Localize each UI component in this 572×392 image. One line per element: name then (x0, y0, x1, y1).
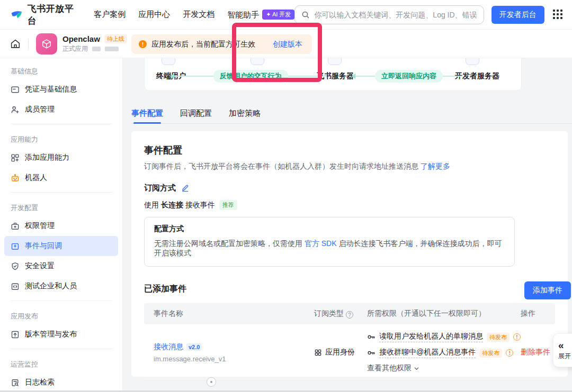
section-basic-info: 基础信息 (4, 59, 118, 79)
pending-release-badge: 待发布 (479, 349, 502, 358)
divider (28, 39, 29, 49)
robot-icon (11, 174, 20, 183)
search-icon (301, 11, 310, 19)
feishu-logo-icon (11, 8, 23, 22)
sidebar-item-security[interactable]: 安全设置 (4, 256, 118, 276)
app-icon (36, 33, 57, 54)
publish-alert: ! 应用发布后，当前配置方可生效 创建版本 (131, 34, 312, 54)
table-header-row: 事件名称 订阅类型? 所需权限（开通以下任一权限即可） 操作 (144, 303, 555, 324)
section-app-capability: 应用能力 (4, 129, 118, 148)
cell-permissions: 读取用户发给机器人的单聊消息 待发布 ! 接收群聊中@机器人消息事件 待发布 ! (367, 324, 521, 381)
permission-name[interactable]: 接收群聊中@机器人消息事件 (379, 348, 476, 358)
publish-icon (11, 330, 20, 339)
sidebar-item-members[interactable]: 成员管理 (4, 99, 118, 120)
nav-customer-cases[interactable]: 客户案例 (94, 10, 126, 20)
panel-expander[interactable]: « 展开 (553, 333, 572, 367)
divider (11, 124, 112, 124)
global-search[interactable] (294, 5, 484, 24)
nav-app-center[interactable]: 应用中心 (138, 10, 170, 20)
event-config-card: 事件配置 订阅事件后，飞书开放平台将会在事件（如机器人入群）发生时向请求地址推送… (131, 131, 568, 377)
alert-text: 应用发布后，当前配置方可生效 (151, 40, 255, 49)
node-icon (162, 58, 175, 65)
mode-suffix: 接收事件 (185, 200, 215, 210)
create-version-link[interactable]: 创建版本 (273, 40, 302, 49)
nav-ai-assistant[interactable]: 智能助手✦ AI 开发 (227, 10, 294, 20)
tab-encryption-policy[interactable]: 加密策略 (229, 104, 261, 123)
page-description: 订阅事件后，飞书开放平台将会在事件（如机器人入群）发生时向请求地址推送消息 (144, 162, 418, 170)
sidebar-item-add-capability[interactable]: 添加应用能力 (4, 148, 118, 168)
ai-dev-badge: ✦ AI 开发 (262, 10, 294, 20)
credential-icon (11, 85, 20, 94)
flow-label: 反馈用户的交互行为 (213, 70, 288, 83)
divider (11, 349, 112, 349)
search-input[interactable] (314, 11, 477, 19)
arrow-left-icon (170, 74, 174, 79)
cell-subscription-type: 应用身份 (314, 324, 367, 381)
subscription-mode-title: 订阅方式 (144, 183, 176, 193)
cube-icon (40, 38, 53, 50)
home-icon[interactable] (10, 38, 21, 50)
config-method-box: 配置方式 无需注册公网域名或配置加密策略，仅需使用 官方 SDK 启动长连接飞书… (144, 217, 515, 267)
main-content: 终端用户 飞书服务器 开发者服务器 反馈用户的交互行为 立即返回响应内容 事件配… (123, 58, 572, 392)
member-add-icon (11, 105, 20, 114)
app-name: Openclaw (62, 34, 100, 43)
official-sdk-link[interactable]: 官方 SDK (305, 239, 337, 248)
cell-event-name: 接收消息 v2.0 im.message.receive_v1 (144, 324, 314, 381)
app-identity-icon (314, 349, 322, 357)
flow-response-arrow: 立即返回响应内容 (351, 70, 462, 82)
sidebar-item-bot[interactable]: 机器人 (4, 168, 118, 188)
tab-event-config[interactable]: 事件配置 (131, 104, 163, 123)
nav-dev-docs[interactable]: 开发文档 (183, 10, 215, 20)
section-ops-monitoring: 运营监控 (4, 353, 118, 372)
info-icon[interactable]: ! (506, 349, 513, 357)
delete-event-link[interactable]: 删除事件 (521, 348, 550, 356)
sidebar-item-version-release[interactable]: 版本管理与发布 (4, 324, 118, 344)
event-name-link[interactable]: 接收消息 (154, 342, 183, 352)
pending-release-badge: 待发布 (487, 333, 510, 342)
apps-grid-icon[interactable] (553, 10, 562, 20)
arrow-left-icon (351, 74, 355, 79)
section-dev-config: 开发配置 (4, 197, 118, 216)
version-badge: v2.0 (186, 343, 202, 351)
node-icon (251, 58, 264, 65)
divider (11, 192, 112, 193)
brand[interactable]: 飞书开放平台 (11, 3, 78, 27)
sidebar-item-permissions[interactable]: 权限管理 (4, 216, 118, 236)
node-icon (328, 58, 342, 65)
events-table: 事件名称 订阅类型? 所需权限（开通以下任一权限即可） 操作 接收消息 v2.0… (144, 303, 555, 381)
warning-icon: ! (139, 40, 147, 48)
edit-pencil-icon[interactable] (181, 184, 189, 192)
expand-label: 展开 (558, 352, 571, 361)
top-navbar: 飞书开放平台 客户案例 应用中心 开发文档 智能助手✦ AI 开发 开发者后台 (0, 0, 572, 30)
app-type-label: 正式应用 (62, 44, 88, 53)
sidebar-item-test-company[interactable]: 测试企业和人员 (4, 276, 118, 296)
tab-callback-config[interactable]: 回调配置 (180, 104, 212, 123)
sidebar-item-label: 版本管理与发布 (25, 330, 77, 339)
sidebar-item-label: 事件与回调 (25, 241, 62, 251)
mode-value: 长连接 (161, 200, 183, 210)
sidebar-item-credentials[interactable]: 凭证与基础信息 (4, 79, 118, 99)
code-box-icon (11, 282, 20, 291)
divider (11, 300, 112, 301)
info-icon[interactable]: ! (513, 333, 521, 341)
add-capability-icon (11, 153, 20, 162)
view-more-permissions[interactable]: 查看其他权限 (367, 363, 419, 373)
sidebar-item-label: 成员管理 (25, 105, 55, 114)
scroll-handle-button[interactable] (207, 377, 216, 387)
sidebar-item-events-callbacks[interactable]: 事件与回调 (4, 236, 118, 256)
config-tabs: 事件配置 回调配置 加密策略 (131, 104, 572, 124)
learn-more-link[interactable]: 了解更多 (421, 162, 450, 170)
event-id: im.message.receive_v1 (154, 355, 314, 363)
col-required-permissions: 所需权限（开通以下任一权限即可） (367, 303, 521, 324)
permission-name[interactable]: 读取用户发给机器人的单聊消息 (379, 332, 483, 342)
flow-label: 立即返回响应内容 (375, 70, 443, 83)
shield-check-icon (11, 262, 20, 271)
app-status-badge: 待上线 (104, 34, 127, 43)
sidebar-item-log-search[interactable]: 日志检索 (4, 372, 118, 392)
sidebar-item-label: 机器人 (25, 173, 47, 183)
chevron-down-icon (414, 366, 419, 371)
added-events-title: 已添加事件 (144, 284, 186, 295)
help-question-icon[interactable]: ? (346, 311, 353, 318)
add-event-button[interactable]: 添加事件 (524, 281, 571, 299)
developer-console-button[interactable]: 开发者后台 (491, 6, 544, 24)
